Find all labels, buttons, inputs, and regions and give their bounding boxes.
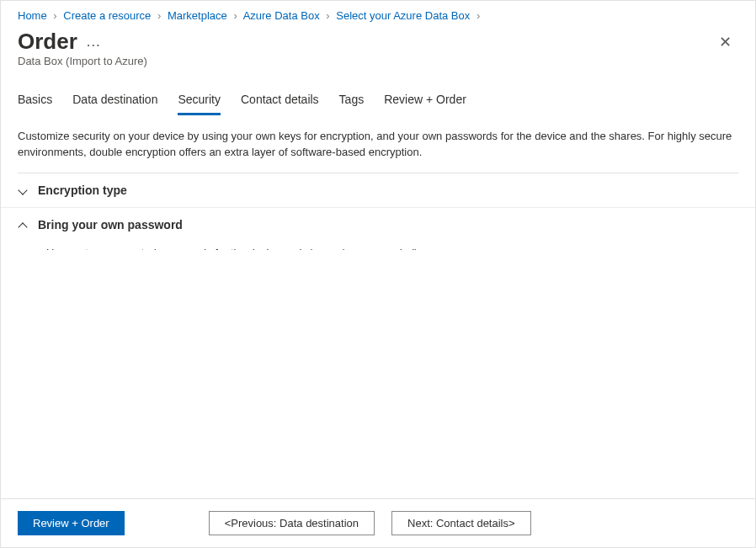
tab-security[interactable]: Security [178,93,221,115]
tabs: Basics Data destination Security Contact… [1,76,755,115]
more-icon[interactable]: … [86,33,102,51]
chevron-right-icon: › [326,9,329,22]
tab-data-destination[interactable]: Data destination [72,93,157,115]
breadcrumb-link[interactable]: Select your Azure Data Box [336,9,470,22]
chevron-down-icon [18,185,28,195]
breadcrumb: Home › Create a resource › Marketplace ›… [1,1,755,22]
section-title: Encryption type [38,184,127,197]
tab-description: Customize security on your device by usi… [1,115,755,173]
chevron-right-icon: › [157,9,161,22]
review-order-button[interactable]: Review + Order [18,511,125,535]
section-title: Bring your own password [38,218,183,231]
next-button[interactable]: Next: Contact details> [391,511,531,535]
helper-text: Use system-generated passwords for the d… [46,242,738,250]
tab-review-order[interactable]: Review + Order [384,93,466,115]
tab-tags[interactable]: Tags [339,93,365,115]
page-subtitle: Data Box (Import to Azure) [1,55,755,76]
page-title: Order [18,29,77,55]
section-bring-your-own-password[interactable]: Bring your own password [1,208,755,242]
chevron-right-icon: › [53,9,56,22]
chevron-up-icon [18,220,28,230]
previous-button[interactable]: <Previous: Data destination [209,511,375,535]
close-icon[interactable]: ✕ [712,29,738,55]
footer-bar: Review + Order <Previous: Data destinati… [1,498,755,547]
breadcrumb-link[interactable]: Marketplace [168,9,227,22]
tab-contact-details[interactable]: Contact details [241,93,319,115]
section-body-byop: Use system-generated passwords for the d… [1,242,755,250]
breadcrumb-link[interactable]: Azure Data Box [243,9,320,22]
section-encryption-type[interactable]: Encryption type [1,173,755,208]
chevron-right-icon: › [476,9,480,22]
breadcrumb-link[interactable]: Home [18,9,47,22]
breadcrumb-link[interactable]: Create a resource [63,9,151,22]
tab-basics[interactable]: Basics [18,93,52,115]
chevron-right-icon: › [233,9,237,22]
